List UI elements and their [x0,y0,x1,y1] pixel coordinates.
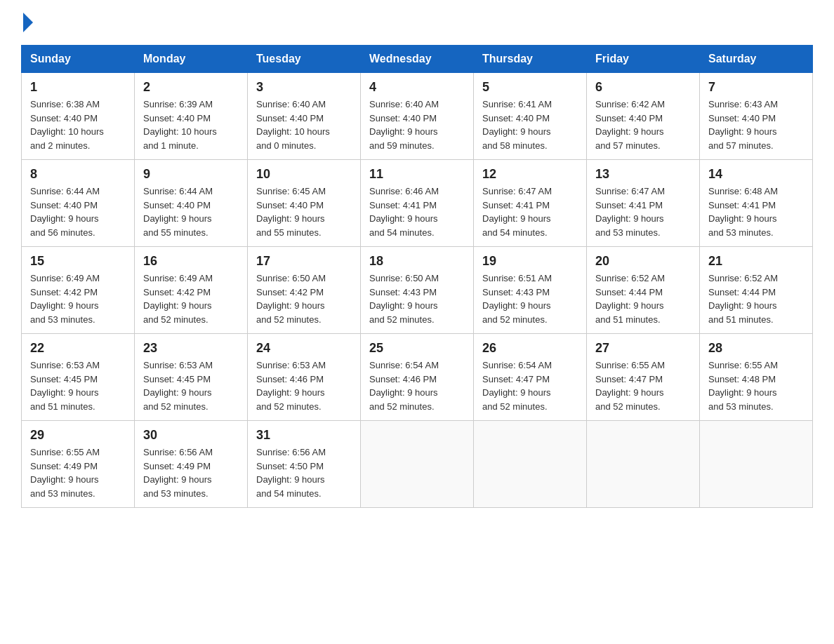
day-info: Sunrise: 6:47 AMSunset: 4:41 PMDaylight:… [482,185,578,239]
calendar-cell: 14Sunrise: 6:48 AMSunset: 4:41 PMDayligh… [700,160,813,247]
calendar-header-day-friday: Friday [587,46,700,73]
calendar-cell: 25Sunrise: 6:54 AMSunset: 4:46 PMDayligh… [361,334,474,421]
day-number: 2 [143,80,239,95]
calendar-cell [474,421,587,508]
calendar-cell: 13Sunrise: 6:47 AMSunset: 4:41 PMDayligh… [587,160,700,247]
day-number: 20 [595,254,691,269]
day-info: Sunrise: 6:42 AMSunset: 4:40 PMDaylight:… [595,98,691,152]
day-number: 25 [369,341,465,356]
calendar-cell [587,421,700,508]
logo [21,14,33,32]
calendar-body: 1Sunrise: 6:38 AMSunset: 4:40 PMDaylight… [22,73,813,508]
day-number: 10 [256,167,352,182]
calendar-week-row: 22Sunrise: 6:53 AMSunset: 4:45 PMDayligh… [22,334,813,421]
day-info: Sunrise: 6:46 AMSunset: 4:41 PMDaylight:… [369,185,465,239]
calendar-header-day-thursday: Thursday [474,46,587,73]
day-info: Sunrise: 6:45 AMSunset: 4:40 PMDaylight:… [256,185,352,239]
calendar-week-row: 1Sunrise: 6:38 AMSunset: 4:40 PMDaylight… [22,73,813,160]
calendar-header-day-tuesday: Tuesday [248,46,361,73]
day-info: Sunrise: 6:47 AMSunset: 4:41 PMDaylight:… [595,185,691,239]
calendar-cell: 30Sunrise: 6:56 AMSunset: 4:49 PMDayligh… [135,421,248,508]
day-number: 5 [482,80,578,95]
day-info: Sunrise: 6:55 AMSunset: 4:47 PMDaylight:… [595,358,691,413]
calendar-header-day-wednesday: Wednesday [361,46,474,73]
day-info: Sunrise: 6:56 AMSunset: 4:50 PMDaylight:… [256,445,352,500]
day-info: Sunrise: 6:44 AMSunset: 4:40 PMDaylight:… [30,185,126,239]
calendar-cell: 26Sunrise: 6:54 AMSunset: 4:47 PMDayligh… [474,334,587,421]
day-info: Sunrise: 6:55 AMSunset: 4:49 PMDaylight:… [30,445,126,500]
day-number: 7 [708,80,804,95]
day-number: 14 [708,167,804,182]
day-number: 18 [369,254,465,269]
day-info: Sunrise: 6:50 AMSunset: 4:43 PMDaylight:… [369,271,465,326]
calendar-week-row: 15Sunrise: 6:49 AMSunset: 4:42 PMDayligh… [22,247,813,334]
day-number: 24 [256,341,352,356]
day-info: Sunrise: 6:53 AMSunset: 4:45 PMDaylight:… [143,358,239,413]
day-info: Sunrise: 6:38 AMSunset: 4:40 PMDaylight:… [30,98,126,152]
calendar-cell: 4Sunrise: 6:40 AMSunset: 4:40 PMDaylight… [361,73,474,160]
day-number: 6 [595,80,691,95]
day-number: 26 [482,341,578,356]
day-info: Sunrise: 6:56 AMSunset: 4:49 PMDaylight:… [143,445,239,500]
day-number: 30 [143,428,239,443]
calendar-cell: 23Sunrise: 6:53 AMSunset: 4:45 PMDayligh… [135,334,248,421]
calendar-cell: 11Sunrise: 6:46 AMSunset: 4:41 PMDayligh… [361,160,474,247]
calendar-cell: 3Sunrise: 6:40 AMSunset: 4:40 PMDaylight… [248,73,361,160]
day-number: 12 [482,167,578,182]
calendar-cell: 22Sunrise: 6:53 AMSunset: 4:45 PMDayligh… [22,334,135,421]
page-header [21,14,813,32]
calendar-header-row: SundayMondayTuesdayWednesdayThursdayFrid… [22,46,813,73]
day-number: 4 [369,80,465,95]
day-number: 1 [30,80,126,95]
calendar-cell: 20Sunrise: 6:52 AMSunset: 4:44 PMDayligh… [587,247,700,334]
calendar-cell: 15Sunrise: 6:49 AMSunset: 4:42 PMDayligh… [22,247,135,334]
day-info: Sunrise: 6:39 AMSunset: 4:40 PMDaylight:… [143,98,239,152]
calendar-cell: 10Sunrise: 6:45 AMSunset: 4:40 PMDayligh… [248,160,361,247]
calendar-week-row: 29Sunrise: 6:55 AMSunset: 4:49 PMDayligh… [22,421,813,508]
calendar-cell: 9Sunrise: 6:44 AMSunset: 4:40 PMDaylight… [135,160,248,247]
day-number: 3 [256,80,352,95]
day-number: 21 [708,254,804,269]
calendar-cell: 16Sunrise: 6:49 AMSunset: 4:42 PMDayligh… [135,247,248,334]
day-info: Sunrise: 6:54 AMSunset: 4:46 PMDaylight:… [369,358,465,413]
day-info: Sunrise: 6:55 AMSunset: 4:48 PMDaylight:… [708,358,804,413]
calendar-cell: 6Sunrise: 6:42 AMSunset: 4:40 PMDaylight… [587,73,700,160]
day-info: Sunrise: 6:49 AMSunset: 4:42 PMDaylight:… [143,271,239,326]
day-number: 11 [369,167,465,182]
day-number: 15 [30,254,126,269]
day-info: Sunrise: 6:44 AMSunset: 4:40 PMDaylight:… [143,185,239,239]
day-number: 27 [595,341,691,356]
calendar-cell: 7Sunrise: 6:43 AMSunset: 4:40 PMDaylight… [700,73,813,160]
calendar-cell [361,421,474,508]
day-info: Sunrise: 6:53 AMSunset: 4:46 PMDaylight:… [256,358,352,413]
day-info: Sunrise: 6:48 AMSunset: 4:41 PMDaylight:… [708,185,804,239]
calendar-cell [700,421,813,508]
day-number: 17 [256,254,352,269]
calendar-cell: 12Sunrise: 6:47 AMSunset: 4:41 PMDayligh… [474,160,587,247]
calendar-header-day-sunday: Sunday [22,46,135,73]
day-info: Sunrise: 6:52 AMSunset: 4:44 PMDaylight:… [595,271,691,326]
calendar-cell: 31Sunrise: 6:56 AMSunset: 4:50 PMDayligh… [248,421,361,508]
day-number: 8 [30,167,126,182]
day-info: Sunrise: 6:52 AMSunset: 4:44 PMDaylight:… [708,271,804,326]
calendar-cell: 18Sunrise: 6:50 AMSunset: 4:43 PMDayligh… [361,247,474,334]
day-info: Sunrise: 6:40 AMSunset: 4:40 PMDaylight:… [369,98,465,152]
calendar-cell: 27Sunrise: 6:55 AMSunset: 4:47 PMDayligh… [587,334,700,421]
day-info: Sunrise: 6:53 AMSunset: 4:45 PMDaylight:… [30,358,126,413]
day-info: Sunrise: 6:43 AMSunset: 4:40 PMDaylight:… [708,98,804,152]
day-number: 22 [30,341,126,356]
day-info: Sunrise: 6:51 AMSunset: 4:43 PMDaylight:… [482,271,578,326]
day-number: 16 [143,254,239,269]
day-number: 31 [256,428,352,443]
calendar-cell: 28Sunrise: 6:55 AMSunset: 4:48 PMDayligh… [700,334,813,421]
day-number: 9 [143,167,239,182]
logo-arrow-icon [23,13,33,32]
calendar-cell: 29Sunrise: 6:55 AMSunset: 4:49 PMDayligh… [22,421,135,508]
day-number: 19 [482,254,578,269]
calendar-header: SundayMondayTuesdayWednesdayThursdayFrid… [22,46,813,73]
day-number: 13 [595,167,691,182]
calendar-cell: 24Sunrise: 6:53 AMSunset: 4:46 PMDayligh… [248,334,361,421]
calendar-header-day-saturday: Saturday [700,46,813,73]
calendar-cell: 5Sunrise: 6:41 AMSunset: 4:40 PMDaylight… [474,73,587,160]
day-info: Sunrise: 6:41 AMSunset: 4:40 PMDaylight:… [482,98,578,152]
